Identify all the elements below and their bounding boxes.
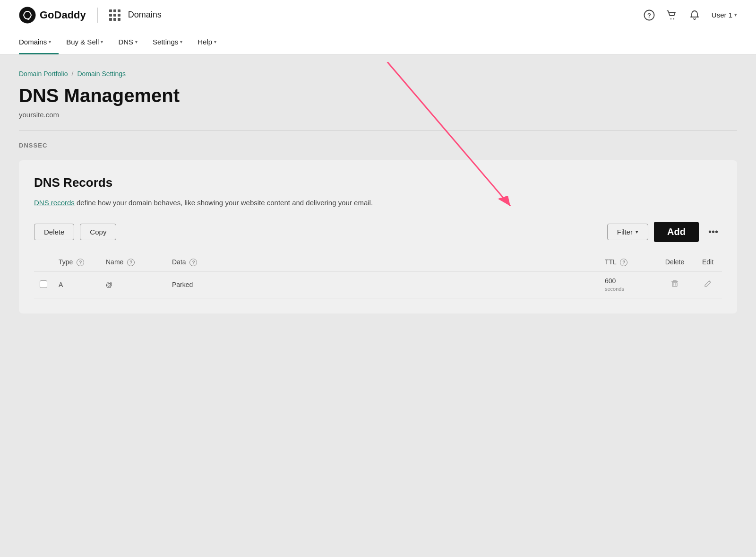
- data-help-icon[interactable]: ?: [189, 259, 197, 266]
- svg-rect-6: [672, 282, 677, 287]
- th-type: Type ?: [53, 253, 100, 271]
- secondary-nav: Domains ▾ Buy & Sell ▾ DNS ▾ Settings ▾ …: [0, 30, 756, 55]
- nav-item-buy-sell[interactable]: Buy & Sell ▾: [59, 30, 111, 54]
- dns-records-table: Type ? Name ? Data ? TTL: [34, 253, 722, 299]
- table-header-row: Type ? Name ? Data ? TTL: [34, 253, 722, 271]
- more-options-button[interactable]: •••: [704, 225, 722, 239]
- nav-settings-chevron: ▾: [180, 39, 182, 44]
- dns-records-card: DNS Records DNS records define how your …: [19, 160, 737, 313]
- godaddy-logo-icon: [19, 7, 36, 24]
- nav-settings-label: Settings: [153, 38, 178, 46]
- record-type: A: [59, 281, 63, 288]
- page-title: DNS Management: [19, 85, 737, 106]
- delete-button[interactable]: Delete: [34, 224, 74, 240]
- th-name-label: Name: [106, 258, 123, 266]
- breadcrumb-domain-settings[interactable]: Domain Settings: [77, 70, 126, 78]
- th-delete: Delete: [656, 253, 694, 271]
- more-options-icon: •••: [708, 226, 718, 237]
- th-ttl-label: TTL: [605, 258, 616, 266]
- table-body: A @ Parked 600 seconds: [34, 271, 722, 298]
- breadcrumb: Domain Portfolio / Domain Settings: [19, 70, 737, 78]
- dns-records-description-text: define how your domain behaves, like sho…: [75, 199, 373, 207]
- svg-point-3: [670, 18, 671, 19]
- bell-icon: [689, 9, 700, 21]
- record-name: @: [106, 281, 112, 288]
- question-circle-icon: ?: [644, 9, 655, 21]
- th-delete-label: Delete: [665, 258, 684, 266]
- nav-item-help[interactable]: Help ▾: [190, 30, 224, 54]
- nav-item-dns[interactable]: DNS ▾: [111, 30, 145, 54]
- th-data-label: Data: [172, 258, 186, 266]
- nav-domains-label: Domains: [19, 38, 47, 46]
- dns-records-link[interactable]: DNS records: [34, 199, 75, 207]
- td-data: Parked: [166, 271, 599, 298]
- th-name: Name ?: [100, 253, 166, 271]
- dns-records-description: DNS records define how your domain behav…: [34, 198, 722, 209]
- delete-row-icon[interactable]: [670, 281, 679, 290]
- th-edit-label: Edit: [702, 258, 713, 266]
- nav-dns-label: DNS: [118, 38, 133, 46]
- svg-point-0: [19, 7, 35, 23]
- nav-buy-sell-label: Buy & Sell: [66, 38, 99, 46]
- record-data: Parked: [172, 281, 193, 288]
- help-icon-button[interactable]: ?: [644, 9, 655, 21]
- nav-item-domains[interactable]: Domains ▾: [19, 30, 59, 54]
- filter-label: Filter: [617, 228, 633, 236]
- nav-help-chevron: ▾: [214, 39, 216, 44]
- user-label: User 1: [712, 11, 732, 19]
- dnssec-label: DNSSEC: [19, 142, 737, 149]
- breadcrumb-separator: /: [72, 70, 74, 78]
- filter-chevron-icon: ▾: [636, 229, 638, 235]
- nav-domains-chevron: ▾: [49, 39, 51, 44]
- svg-text:?: ?: [647, 12, 651, 19]
- td-edit[interactable]: [694, 271, 722, 298]
- action-bar: Delete Copy Filter ▾ Add •••: [34, 222, 722, 242]
- filter-button[interactable]: Filter ▾: [607, 224, 648, 240]
- nav-dns-chevron: ▾: [135, 39, 137, 44]
- name-help-icon[interactable]: ?: [127, 259, 135, 266]
- nav-help-label: Help: [198, 38, 212, 46]
- action-bar-right: Filter ▾ Add •••: [607, 222, 722, 242]
- td-type: A: [53, 271, 100, 298]
- th-ttl: TTL ?: [599, 253, 656, 271]
- top-bar: GoDaddy Domains ?: [0, 0, 756, 30]
- page-subtitle: yoursite.com: [19, 111, 737, 119]
- th-type-label: Type: [59, 258, 73, 266]
- user-menu-button[interactable]: User 1 ▾: [712, 11, 737, 19]
- td-delete[interactable]: [656, 271, 694, 298]
- record-ttl: 600: [605, 277, 616, 285]
- type-help-icon[interactable]: ?: [77, 259, 84, 266]
- row-checkbox[interactable]: [40, 280, 47, 288]
- th-checkbox: [34, 253, 53, 271]
- nav-divider: [97, 8, 98, 23]
- page-content: Domain Portfolio / Domain Settings DNS M…: [0, 55, 756, 332]
- td-name: @: [100, 271, 166, 298]
- nav-item-settings[interactable]: Settings ▾: [145, 30, 190, 54]
- breadcrumb-domain-portfolio[interactable]: Domain Portfolio: [19, 70, 68, 78]
- logo: GoDaddy: [19, 7, 86, 24]
- section-divider: [19, 130, 737, 131]
- table-row: A @ Parked 600 seconds: [34, 271, 722, 298]
- nav-buy-sell-chevron: ▾: [101, 39, 103, 44]
- td-ttl: 600 seconds: [599, 271, 656, 298]
- dns-records-title: DNS Records: [34, 175, 722, 190]
- th-data: Data ?: [166, 253, 599, 271]
- svg-point-4: [673, 18, 674, 19]
- copy-button[interactable]: Copy: [80, 224, 116, 240]
- user-chevron-icon: ▾: [734, 12, 737, 18]
- grid-icon[interactable]: [109, 9, 120, 21]
- cart-button[interactable]: [666, 9, 678, 21]
- app-name: Domains: [128, 10, 162, 20]
- td-checkbox[interactable]: [34, 271, 53, 298]
- edit-row-icon[interactable]: [704, 281, 712, 289]
- ttl-help-icon[interactable]: ?: [620, 259, 627, 266]
- add-button[interactable]: Add: [654, 222, 699, 242]
- record-ttl-unit: seconds: [605, 286, 624, 292]
- top-bar-right: ? User 1 ▾: [644, 9, 737, 21]
- brand-name: GoDaddy: [40, 9, 86, 21]
- table-header: Type ? Name ? Data ? TTL: [34, 253, 722, 271]
- top-bar-left: GoDaddy Domains: [19, 7, 162, 24]
- cart-icon: [666, 9, 678, 21]
- th-edit: Edit: [694, 253, 722, 271]
- bell-button[interactable]: [689, 9, 700, 21]
